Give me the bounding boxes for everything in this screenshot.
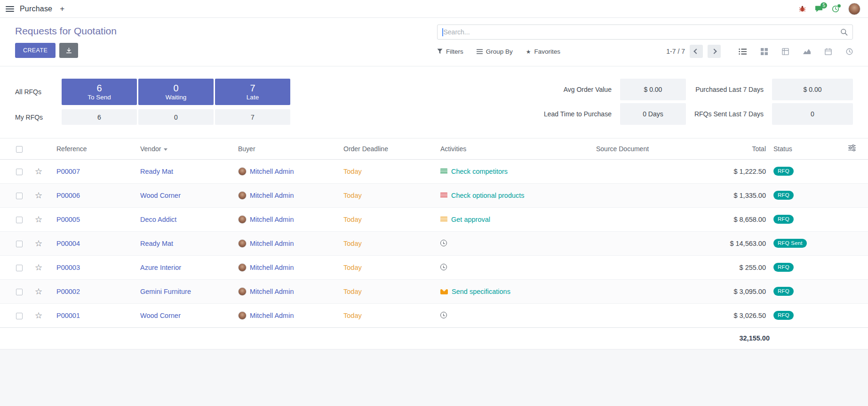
table-row[interactable]: P00005 Deco Addict Mitchell Admin Today … xyxy=(0,207,868,231)
col-header-reference[interactable]: Reference xyxy=(53,138,136,159)
favorite-star-icon[interactable] xyxy=(35,239,42,248)
status-badge: RFQ Sent xyxy=(773,239,807,248)
reference-link[interactable]: P00004 xyxy=(56,240,80,247)
row-checkbox[interactable] xyxy=(16,193,23,199)
favorite-star-icon[interactable] xyxy=(35,167,42,176)
favorite-star-icon[interactable] xyxy=(35,287,42,296)
activity-view-icon[interactable] xyxy=(846,48,853,55)
activity-link[interactable]: Check optional products xyxy=(451,192,525,199)
kpi-label-purchased-last-7-days: Purchased Last 7 Days xyxy=(695,86,764,93)
buyer-link[interactable]: Mitchell Admin xyxy=(250,240,294,247)
row-checkbox[interactable] xyxy=(16,217,23,223)
my-to-send-count[interactable]: 6 xyxy=(62,109,137,125)
export-button[interactable] xyxy=(59,43,78,58)
row-checkbox[interactable] xyxy=(16,241,23,247)
pivot-view-icon[interactable] xyxy=(782,48,789,55)
activity-link[interactable]: Send specifications xyxy=(452,288,510,295)
buyer-link[interactable]: Mitchell Admin xyxy=(250,264,294,271)
col-header-status[interactable]: Status xyxy=(770,138,842,159)
col-header-source-document[interactable]: Source Document xyxy=(592,138,704,159)
favorite-star-icon[interactable] xyxy=(35,263,42,272)
buyer-link[interactable]: Mitchell Admin xyxy=(250,288,294,295)
col-header-buyer[interactable]: Buyer xyxy=(234,138,340,159)
kpi-panel: Avg Order Value $ 0.00 Purchased Last 7 … xyxy=(544,79,853,125)
vendor-link[interactable]: Ready Mat xyxy=(140,240,173,247)
activity-list-icon xyxy=(440,193,447,198)
messages-icon[interactable]: 5 xyxy=(815,5,823,13)
graph-view-icon[interactable] xyxy=(803,48,811,55)
row-checkbox[interactable] xyxy=(16,265,23,271)
buyer-avatar xyxy=(238,191,247,200)
reference-link[interactable]: P00006 xyxy=(56,192,80,199)
row-checkbox[interactable] xyxy=(16,169,23,175)
clock-icon[interactable] xyxy=(440,312,447,318)
total-amount: $ 8,658.00 xyxy=(733,216,766,223)
pager-next-button[interactable] xyxy=(708,45,721,58)
col-header-order-deadline[interactable]: Order Deadline xyxy=(340,138,437,159)
reference-link[interactable]: P00005 xyxy=(56,216,80,223)
calendar-view-icon[interactable] xyxy=(825,48,832,55)
waiting-card[interactable]: 0 Waiting xyxy=(138,79,214,105)
debug-bug-icon[interactable] xyxy=(799,5,806,12)
vendor-link[interactable]: Azure Interior xyxy=(140,264,181,271)
my-late-count[interactable]: 7 xyxy=(215,109,290,125)
row-checkbox[interactable] xyxy=(16,289,23,295)
buyer-avatar xyxy=(238,239,247,248)
buyer-link[interactable]: Mitchell Admin xyxy=(250,216,294,223)
buyer-link[interactable]: Mitchell Admin xyxy=(250,168,294,175)
status-badge: RFQ xyxy=(773,287,794,296)
optional-columns-icon[interactable] xyxy=(848,145,856,151)
vendor-link[interactable]: Wood Corner xyxy=(140,192,181,199)
group-by-button[interactable]: Group By xyxy=(477,48,513,55)
reference-link[interactable]: P00003 xyxy=(56,264,80,271)
col-header-total[interactable]: Total xyxy=(704,138,770,159)
table-row[interactable]: P00004 Ready Mat Mitchell Admin Today $ … xyxy=(0,231,868,255)
late-card[interactable]: 7 Late xyxy=(215,79,290,105)
vendor-link[interactable]: Ready Mat xyxy=(140,168,173,175)
activity-link[interactable]: Get approval xyxy=(451,216,490,223)
add-tab-icon[interactable] xyxy=(60,5,64,13)
col-header-activities[interactable]: Activities xyxy=(437,138,592,159)
reference-link[interactable]: P00001 xyxy=(56,312,80,319)
table-row[interactable]: P00007 Ready Mat Mitchell Admin Today Ch… xyxy=(0,159,868,183)
table-row[interactable]: P00001 Wood Corner Mitchell Admin Today … xyxy=(0,303,868,327)
download-icon xyxy=(65,47,72,54)
kpi-label-rfqs-sent-last-7-days: RFQs Sent Last 7 Days xyxy=(694,110,764,118)
buyer-link[interactable]: Mitchell Admin xyxy=(250,192,294,199)
list-view-icon[interactable] xyxy=(739,48,747,55)
reference-link[interactable]: P00002 xyxy=(56,288,80,295)
table-row[interactable]: P00003 Azure Interior Mitchell Admin Tod… xyxy=(0,255,868,279)
my-rfqs-label[interactable]: My RFQs xyxy=(15,114,60,121)
activities-clock-icon[interactable] xyxy=(832,5,839,13)
favorite-star-icon[interactable] xyxy=(35,215,42,224)
buyer-avatar xyxy=(238,167,247,176)
my-waiting-count[interactable]: 0 xyxy=(138,109,214,125)
vendor-link[interactable]: Wood Corner xyxy=(140,312,181,319)
reference-link[interactable]: P00007 xyxy=(56,168,80,175)
favorite-star-icon[interactable] xyxy=(35,311,42,320)
pager-previous-button[interactable] xyxy=(690,45,703,58)
activity-link[interactable]: Check competitors xyxy=(451,168,508,175)
vendor-link[interactable]: Deco Addict xyxy=(140,216,176,223)
order-deadline: Today xyxy=(343,192,362,199)
favorites-button[interactable]: Favorites xyxy=(526,48,560,55)
all-rfqs-label[interactable]: All RFQs xyxy=(15,88,60,96)
create-button[interactable]: CREATE xyxy=(15,43,56,58)
to-send-card[interactable]: 6 To Send xyxy=(62,79,137,105)
clock-icon[interactable] xyxy=(440,264,447,270)
table-row[interactable]: P00006 Wood Corner Mitchell Admin Today … xyxy=(0,183,868,207)
table-row[interactable]: P00002 Gemini Furniture Mitchell Admin T… xyxy=(0,279,868,303)
favorite-star-icon[interactable] xyxy=(35,191,42,200)
hamburger-menu-icon[interactable] xyxy=(6,6,14,12)
app-title[interactable]: Purchase xyxy=(20,5,52,13)
clock-icon[interactable] xyxy=(440,240,447,246)
row-checkbox[interactable] xyxy=(16,313,23,319)
buyer-link[interactable]: Mitchell Admin xyxy=(250,312,294,319)
user-avatar[interactable] xyxy=(848,3,860,15)
kanban-view-icon[interactable] xyxy=(761,48,768,55)
vendor-link[interactable]: Gemini Furniture xyxy=(140,288,191,295)
search-input[interactable]: Search... xyxy=(437,24,853,40)
filters-button[interactable]: Filters xyxy=(437,48,463,55)
select-all-checkbox[interactable] xyxy=(16,146,23,153)
col-header-vendor[interactable]: Vendor xyxy=(136,138,234,159)
